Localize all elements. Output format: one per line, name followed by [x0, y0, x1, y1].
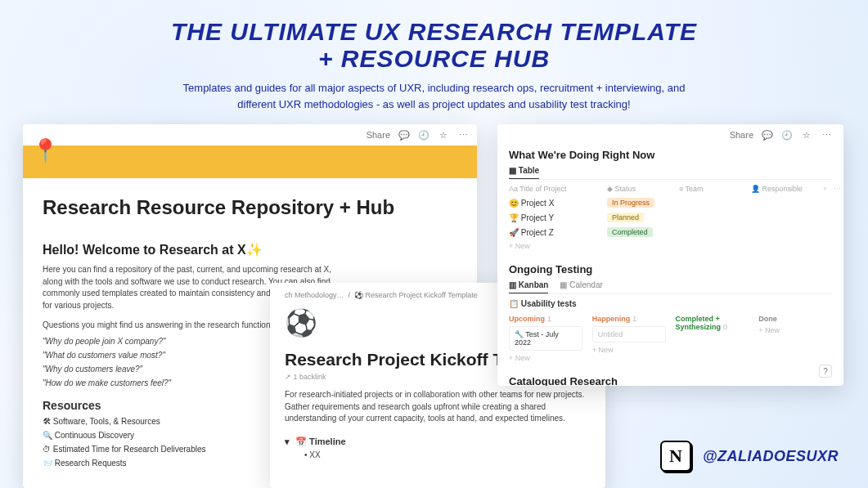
card-topbar: Share 💬 🕘 ☆ ⋯ [509, 124, 832, 146]
more-icon[interactable]: ⋯ [457, 129, 469, 141]
timeline-toggle[interactable]: ▾ 📅 Timeline [285, 437, 591, 447]
kanban-column: Happening1Untitled+ New [592, 315, 666, 362]
caret-down-icon: ▾ [285, 437, 290, 447]
page-title: Research Resource Repository + Hub [43, 196, 457, 219]
notion-icon: N [660, 441, 691, 472]
kanban-column-label: Done [758, 315, 832, 323]
share-button[interactable]: Share [367, 130, 390, 140]
new-row-button[interactable]: + New [509, 242, 832, 250]
kanban-column-label: Upcoming1 [509, 315, 582, 323]
hero-title-line1: THE ULTIMATE UX RESEARCH TEMPLATE [0, 18, 868, 45]
table-header: Aa Title of Project ◆ Status ≡ Team 👤 Re… [509, 185, 832, 193]
breadcrumb-parent[interactable]: ch Methodology… [285, 291, 344, 299]
kanban-column-label: Happening1 [592, 315, 666, 323]
pin-icon: 📍 [31, 137, 60, 164]
clock-icon[interactable]: 🕘 [781, 129, 793, 141]
welcome-heading: Hello! Welcome to Research at X✨ [43, 242, 457, 257]
more-icon[interactable]: ⋯ [821, 129, 832, 141]
view-tabs: ▦ Table [509, 166, 832, 180]
kanban-column: Done+ New [758, 315, 832, 362]
timeline-bullet: • XX [304, 450, 591, 459]
table-row[interactable]: 🚀 Project ZCompleted [509, 227, 832, 237]
kanban-new[interactable]: + New [758, 326, 832, 334]
kickoff-description: For research-initiated projects or in co… [285, 389, 591, 425]
comment-icon[interactable]: 💬 [398, 129, 410, 141]
table-row[interactable]: 😊 Project XIn Progress [509, 198, 832, 208]
kanban-new[interactable]: + New [509, 354, 582, 362]
hero-subtitle-line1: Templates and guides for all major aspec… [0, 80, 868, 96]
tab-kanban[interactable]: ▥ Kanban [509, 280, 548, 293]
social-handle[interactable]: @ZALIADOESUXR [703, 448, 839, 465]
tab-table[interactable]: ▦ Table [509, 166, 539, 179]
card-topbar: Share 💬 🕘 ☆ ⋯ [23, 124, 477, 146]
hero-title-line2: + RESOURCE HUB [0, 45, 868, 72]
doing-now-heading: What We're Doing Right Now [509, 149, 832, 161]
ongoing-testing-heading: Ongoing Testing [509, 263, 832, 275]
hero-subtitle-line2: different UXR methodologies - as well as… [0, 96, 868, 113]
share-button[interactable]: Share [730, 130, 753, 140]
timeline-label: 📅 Timeline [295, 437, 345, 446]
tab-calendar[interactable]: ▦ Calendar [560, 280, 602, 293]
help-button[interactable]: ? [819, 365, 832, 378]
add-column-button[interactable]: + ⋯ [823, 185, 841, 193]
kanban-column-label: Completed + Synthesizing0 [676, 315, 749, 331]
table-row[interactable]: 🏆 Project YPlanned [509, 213, 832, 222]
cover-banner: 📍 [23, 146, 477, 178]
star-icon[interactable]: ☆ [438, 129, 449, 141]
star-icon[interactable]: ☆ [801, 129, 812, 141]
kanban-column: Upcoming1🔧 Test - July 2022+ New [509, 315, 582, 362]
kanban-card[interactable]: Untitled [592, 326, 666, 342]
th-title[interactable]: Aa Title of Project [509, 185, 607, 193]
comment-icon[interactable]: 💬 [762, 129, 773, 141]
usability-tests-heading[interactable]: 📋 Usability tests [509, 299, 832, 308]
th-team[interactable]: ≡ Team [679, 185, 751, 193]
breadcrumb-current[interactable]: ⚽ Research Project Kickoff Template [354, 291, 478, 299]
testing-tabs: ▥ Kanban ▦ Calendar [509, 280, 832, 294]
tracking-card: Share 💬 🕘 ☆ ⋯ What We're Doing Right Now… [497, 124, 843, 386]
catalogued-research-heading: Catalogued Research [509, 375, 832, 386]
kanban-new[interactable]: + New [592, 346, 666, 354]
th-status[interactable]: ◆ Status [607, 185, 679, 193]
hero: THE ULTIMATE UX RESEARCH TEMPLATE + RESO… [0, 0, 868, 112]
kanban-board: Upcoming1🔧 Test - July 2022+ NewHappenin… [509, 315, 832, 362]
brand-footer: N @ZALIADOESUXR [660, 441, 839, 472]
kanban-column: Completed + Synthesizing0 [676, 315, 749, 362]
th-responsible[interactable]: 👤 Responsible [751, 185, 823, 193]
kanban-card[interactable]: 🔧 Test - July 2022 [509, 326, 582, 351]
clock-icon[interactable]: 🕘 [418, 129, 430, 141]
